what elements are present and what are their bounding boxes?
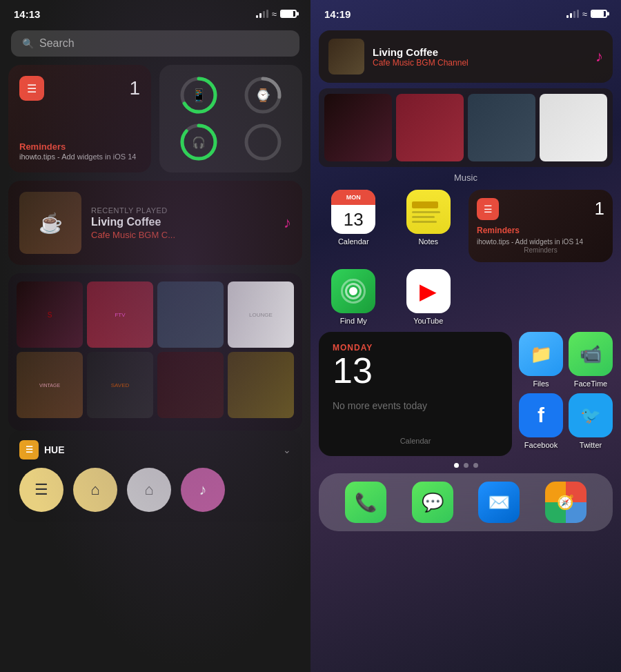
notes-icon[interactable]: [406, 190, 451, 234]
facebook-label: Facebook: [524, 441, 558, 449]
dock-phone-icon[interactable]: 📞: [345, 482, 386, 523]
messages-icon: 💬: [422, 492, 444, 513]
app-item-notes[interactable]: Notes: [394, 190, 464, 246]
hue-btn-4[interactable]: ♪: [181, 468, 225, 512]
dot-3: [473, 463, 478, 468]
status-bar-right: 14:19 ≈: [310, 0, 621, 25]
hue-btn-2[interactable]: ⌂: [73, 468, 117, 512]
dock-messages[interactable]: 💬: [412, 482, 453, 523]
now-playing-widget[interactable]: Living Coffee Cafe Music BGM Channel ♪: [319, 30, 613, 83]
youtube-icon[interactable]: ▶: [406, 269, 451, 313]
empty-ring-svg: [244, 123, 282, 161]
reminders-title: Reminders: [19, 141, 140, 152]
music-info: RECENTLY PLAYED Living Coffee Cafe Music…: [91, 206, 274, 240]
empty-ring: [244, 123, 282, 161]
dock-safari[interactable]: 🧭: [545, 482, 586, 523]
calendar-day-abbr: MON: [346, 194, 361, 201]
grid-item-5: VINTAGE: [17, 352, 83, 418]
watch-ring: ⌚: [244, 76, 282, 115]
search-icon: 🔍: [22, 38, 34, 49]
music-section-label: Music: [310, 172, 621, 183]
twitter-icon[interactable]: 🐦: [569, 393, 613, 437]
search-bar[interactable]: 🔍 Search: [11, 30, 299, 57]
grid-item-2: FTV: [87, 281, 153, 348]
youtube-play-icon: ▶: [420, 278, 437, 304]
iphone-ring: 📱: [179, 76, 218, 115]
hue-header: ☰ HUE ⌄: [19, 440, 291, 459]
facebook-f-icon: f: [538, 404, 544, 427]
app-item-findmy[interactable]: Find My: [319, 269, 388, 325]
app-item-calendar[interactable]: MON 13 Calendar: [319, 190, 388, 246]
files-icon[interactable]: 📁: [519, 332, 563, 376]
dock-messages-icon[interactable]: 💬: [412, 482, 453, 523]
iphone-icon: 📱: [191, 88, 206, 103]
hue-title: HUE: [44, 444, 65, 455]
signal-icon-right: [566, 10, 579, 18]
app-item-facebook[interactable]: f Facebook: [519, 393, 563, 449]
music-artist: Cafe Music BGM C...: [91, 230, 274, 240]
notes-lines: [406, 190, 451, 234]
status-bar-left: 14:13 ≈: [0, 0, 310, 25]
now-playing-title: Living Coffee: [373, 46, 587, 58]
rw-label: Reminders: [477, 246, 604, 254]
music-widget[interactable]: ☕ RECENTLY PLAYED Living Coffee Cafe Mus…: [8, 181, 302, 265]
hue-btn-3[interactable]: ⌂: [127, 468, 171, 512]
facetime-icon[interactable]: 📹: [569, 332, 613, 376]
files-label: Files: [533, 379, 549, 388]
rw-top: ☰ 1: [477, 198, 604, 220]
findmy-label: Find My: [340, 317, 367, 325]
now-playing-note-icon: ♪: [595, 48, 603, 66]
rw-icon: ☰: [477, 198, 499, 220]
dock-mail[interactable]: ✉️: [478, 482, 520, 523]
calendar-big-widget[interactable]: MONDAY 13 No more events today Calendar: [319, 332, 512, 456]
music-grid-top: S FTV LOUNGE: [17, 281, 294, 348]
calendar-num: 13: [344, 209, 364, 230]
hue-icon: ☰: [19, 440, 39, 459]
app-item-files[interactable]: 📁 Files: [519, 332, 563, 388]
facetime-camera-icon: 📹: [580, 344, 602, 365]
reminders-icon: ☰: [19, 76, 44, 101]
notes-label: Notes: [418, 237, 438, 246]
calendar-bottom: 13: [344, 205, 364, 234]
page-dots: [310, 463, 621, 468]
reminders-widget-right[interactable]: ☰ 1 Reminders ihowto.tips - Add widgets …: [469, 190, 613, 262]
wifi-icon-right: ≈: [582, 9, 587, 19]
right-phone: 14:19 ≈ Living Coffee Cafe Music BGM Cha…: [310, 0, 621, 672]
airpods-icon: 🎧: [192, 136, 206, 149]
devices-widget[interactable]: 📱 ⌚ 🎧: [159, 65, 302, 172]
findmy-icon[interactable]: [331, 269, 375, 313]
rw-subtitle: ihowto.tips - Add widgets in iOS 14: [477, 237, 604, 246]
hue-buttons: ☰ ⌂ ⌂ ♪: [19, 468, 291, 512]
hue-chevron-icon[interactable]: ⌄: [283, 444, 291, 455]
hue-btn-1[interactable]: ☰: [19, 468, 63, 512]
grid-item-4: LOUNGE: [228, 281, 294, 348]
airpods-ring: 🎧: [179, 123, 218, 161]
dock-safari-icon[interactable]: 🧭: [545, 482, 586, 523]
calendar-top: MON: [331, 190, 375, 205]
music-title: Living Coffee: [91, 216, 274, 228]
reminders-widget[interactable]: ☰ 1 Reminders ihowto.tips - Add widgets …: [8, 65, 151, 172]
hue-widget[interactable]: ☰ HUE ⌄ ☰ ⌂ ⌂ ♪: [8, 431, 302, 522]
app-item-youtube[interactable]: ▶ YouTube: [394, 269, 464, 325]
twitter-bird-icon: 🐦: [580, 406, 601, 425]
music-thumbs-row: [319, 88, 613, 167]
grid-item-6: SAVED: [87, 352, 153, 418]
wifi-icon-left: ≈: [272, 9, 277, 19]
reminders-header: ☰ 1: [19, 76, 140, 101]
music-thumbnail: ☕: [19, 192, 81, 254]
calendar-icon[interactable]: MON 13: [331, 190, 375, 234]
app-item-twitter[interactable]: 🐦 Twitter: [569, 393, 613, 449]
status-icons-left: ≈: [256, 9, 297, 19]
signal-icon-left: [256, 10, 268, 18]
facebook-icon[interactable]: f: [519, 393, 563, 437]
dock-mail-icon[interactable]: ✉️: [478, 482, 520, 523]
findmy-rings: [341, 279, 366, 304]
music-grid-widget[interactable]: S FTV LOUNGE VINTAGE SAVED: [8, 273, 302, 431]
app-item-facetime[interactable]: 📹 FaceTime: [569, 332, 613, 388]
music-grid-bottom: VINTAGE SAVED: [17, 352, 294, 418]
mail-icon: ✉️: [488, 492, 510, 513]
phone-icon: 📞: [355, 492, 377, 513]
dock-phone[interactable]: 📞: [345, 482, 386, 523]
now-playing-thumbnail: [328, 39, 364, 75]
thumb-1: [324, 94, 392, 161]
